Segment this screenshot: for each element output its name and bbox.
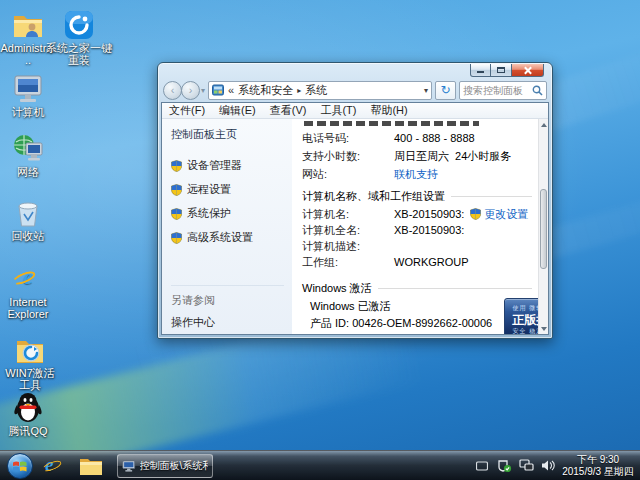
scroll-down-button[interactable] bbox=[539, 323, 548, 334]
menu-file[interactable]: 文件(F) bbox=[169, 103, 205, 118]
row-label: 计算机描述: bbox=[302, 239, 394, 254]
section-windows-activation: Windows 激活 bbox=[302, 278, 532, 298]
breadcrumb-system-security[interactable]: 系统和安全 bbox=[238, 83, 293, 98]
search-input[interactable] bbox=[463, 85, 532, 96]
clipped-scrolled-content bbox=[304, 121, 479, 126]
network-tray-icon[interactable] bbox=[518, 458, 534, 474]
uac-shield-icon bbox=[171, 232, 182, 244]
change-settings-link[interactable]: 更改设置 bbox=[484, 207, 528, 222]
internet-explorer-icon: e bbox=[0, 262, 56, 294]
row-label: 支持小时数: bbox=[302, 149, 394, 164]
minimize-button[interactable] bbox=[470, 64, 491, 77]
desktop-icon-onekey-reinstall[interactable]: 系统之家一键重装 bbox=[44, 8, 114, 66]
online-support-link[interactable]: 联机支持 bbox=[394, 167, 438, 182]
show-hidden-icons-button[interactable] bbox=[474, 458, 490, 474]
navigation-bar: ‹ › ▾ « 系统和安全 ▸ 系统 ▾ ↻ bbox=[161, 78, 549, 102]
activation-status: Windows 已激活 bbox=[302, 299, 391, 314]
window-body: 文件(F) 编辑(E) 查看(V) 工具(T) 帮助(H) 控制面板主页 设备管… bbox=[161, 102, 549, 335]
volume-tray-icon[interactable] bbox=[540, 458, 556, 474]
desktop-icon-network[interactable]: 网络 bbox=[0, 132, 56, 178]
system-tray: 下午 9:30 2015/9/3 星期四 bbox=[474, 454, 640, 478]
back-button[interactable]: ‹ bbox=[163, 81, 182, 100]
maximize-button[interactable] bbox=[491, 64, 512, 77]
folder-icon bbox=[79, 456, 103, 476]
action-center-check-icon bbox=[497, 459, 512, 473]
desktop-icon-label: 回收站 bbox=[0, 230, 56, 242]
search-box[interactable] bbox=[459, 81, 547, 100]
taskbar-explorer-icon[interactable] bbox=[77, 453, 105, 479]
section-title: 计算机名称、域和工作组设置 bbox=[302, 189, 445, 204]
desktop-icon-internet-explorer[interactable]: e Internet Explorer bbox=[0, 262, 56, 320]
taskbar-clock[interactable]: 下午 9:30 2015/9/3 星期四 bbox=[562, 454, 636, 478]
scrollbar-thumb[interactable] bbox=[540, 189, 547, 269]
info-row-full-computer-name: 计算机全名: XB-20150903: bbox=[302, 222, 532, 238]
taskbar: e 控制面板\系统和... 下午 9:30 2015/9/3 星 bbox=[0, 450, 640, 480]
desktop-icon-label: WIN7激活工具 bbox=[0, 367, 60, 391]
desktop-icon-recycle-bin[interactable]: 回收站 bbox=[0, 196, 56, 242]
maximize-icon bbox=[497, 67, 505, 73]
uac-shield-icon bbox=[171, 208, 182, 220]
qq-penguin-icon bbox=[0, 391, 56, 423]
speaker-icon bbox=[541, 459, 555, 472]
badge-main-text: 正版授权 bbox=[512, 313, 538, 327]
search-icon[interactable] bbox=[532, 85, 543, 96]
row-value: 400 - 888 - 8888 bbox=[394, 132, 475, 144]
uac-shield-icon bbox=[171, 184, 182, 196]
minimize-icon bbox=[477, 71, 484, 73]
row-value: XB-20150903: bbox=[394, 208, 464, 220]
sidebar-item-control-panel-home[interactable]: 控制面板主页 bbox=[171, 127, 284, 142]
activation-status-row: Windows 已激活 bbox=[302, 298, 492, 314]
sidebar-item-device-manager[interactable]: 设备管理器 bbox=[171, 158, 284, 173]
section-title: Windows 激活 bbox=[302, 281, 372, 296]
menu-edit[interactable]: 编辑(E) bbox=[219, 103, 256, 118]
row-value: 周日至周六 24小时服务 bbox=[394, 149, 511, 164]
desktop-icon-label: 系统之家一键重装 bbox=[44, 42, 114, 66]
row-label: 网站: bbox=[302, 167, 394, 182]
taskbar-internet-explorer-icon[interactable]: e bbox=[41, 453, 69, 479]
window-titlebar[interactable] bbox=[161, 63, 549, 78]
close-button[interactable] bbox=[512, 64, 544, 77]
taskbar-active-window-button[interactable]: 控制面板\系统和... bbox=[117, 454, 213, 478]
section-computer-name: 计算机名称、域和工作组设置 bbox=[302, 186, 532, 206]
info-row-phone: 电话号码: 400 - 888 - 8888 bbox=[302, 129, 532, 147]
row-label: 计算机名: bbox=[302, 207, 394, 222]
uac-shield-icon bbox=[470, 208, 481, 220]
desktop-icon-qq[interactable]: 腾讯QQ bbox=[0, 391, 56, 437]
sidebar-item-label: 远程设置 bbox=[187, 182, 231, 197]
desktop-icon-label: Internet Explorer bbox=[0, 296, 56, 320]
menu-view[interactable]: 查看(V) bbox=[270, 103, 307, 118]
recent-pages-caret-icon[interactable]: ▾ bbox=[201, 86, 205, 95]
menu-help[interactable]: 帮助(H) bbox=[370, 103, 407, 118]
desktop-icon-label: 腾讯QQ bbox=[0, 425, 56, 437]
sidebar-item-action-center[interactable]: 操作中心 bbox=[171, 315, 284, 330]
sidebar-item-advanced-system-settings[interactable]: 高级系统设置 bbox=[171, 230, 284, 245]
menu-bar: 文件(F) 编辑(E) 查看(V) 工具(T) 帮助(H) bbox=[162, 103, 548, 119]
sidebar: 控制面板主页 设备管理器 远程设置 系统保护 bbox=[162, 119, 292, 334]
info-row-workgroup: 工作组: WORKGROUP bbox=[302, 254, 532, 270]
see-also-section: 另请参阅 操作中心 Windows Update 性能信息和工具 bbox=[171, 285, 284, 334]
row-value: XB-20150903: bbox=[394, 224, 464, 236]
action-center-tray-icon[interactable] bbox=[496, 458, 512, 474]
scroll-up-button[interactable] bbox=[539, 119, 548, 130]
scroll-down-icon bbox=[541, 327, 547, 331]
breadcrumb-chevrons[interactable]: « bbox=[228, 84, 234, 96]
sidebar-item-system-protection[interactable]: 系统保护 bbox=[171, 206, 284, 221]
start-button[interactable] bbox=[7, 453, 33, 479]
forward-button[interactable]: › bbox=[181, 81, 200, 100]
row-label: 计算机全名: bbox=[302, 223, 394, 238]
refresh-button[interactable]: ↻ bbox=[435, 81, 456, 100]
desktop-icon-label: 网络 bbox=[0, 166, 56, 178]
sidebar-item-label: 系统保护 bbox=[187, 206, 231, 221]
menu-tools[interactable]: 工具(T) bbox=[320, 103, 356, 118]
breadcrumb-system[interactable]: 系统 bbox=[305, 83, 327, 98]
sidebar-item-remote-settings[interactable]: 远程设置 bbox=[171, 182, 284, 197]
address-dropdown-icon[interactable]: ▾ bbox=[424, 86, 428, 95]
sidebar-item-label: 高级系统设置 bbox=[187, 230, 253, 245]
window-task-icon bbox=[122, 459, 136, 473]
vertical-scrollbar[interactable] bbox=[538, 119, 548, 334]
address-bar[interactable]: « 系统和安全 ▸ 系统 ▾ bbox=[208, 81, 432, 100]
desktop-icon-computer[interactable]: 计算机 bbox=[0, 72, 56, 118]
genuine-windows-badge[interactable]: ★ 使用 微软 软件 正版授权 安全 稳定 声誉 bbox=[504, 298, 538, 334]
desktop-icon-win7-activator[interactable]: WIN7激活工具 bbox=[0, 333, 60, 391]
product-id: 产品 ID: 00426-OEM-8992662-00006 bbox=[302, 316, 492, 331]
